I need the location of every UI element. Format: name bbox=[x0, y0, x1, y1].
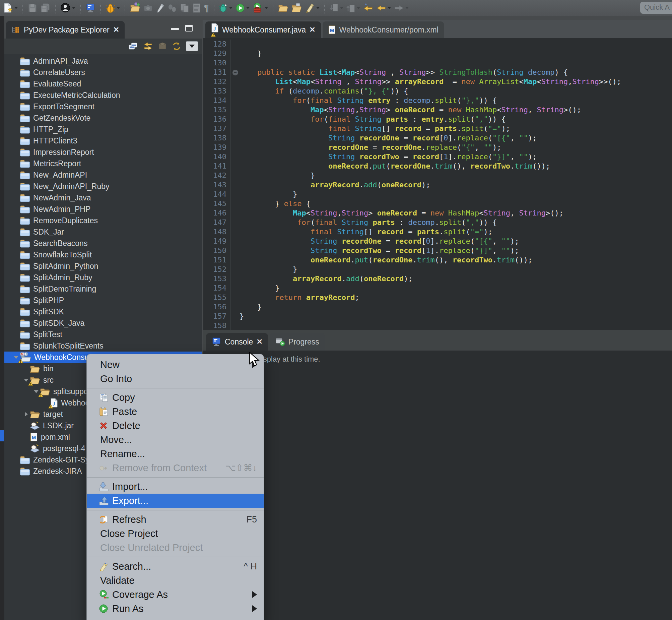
menu-item-new[interactable]: New bbox=[87, 358, 264, 372]
new-bug-dropdown-caret[interactable] bbox=[229, 7, 232, 9]
open-console-icon[interactable] bbox=[86, 3, 96, 13]
code-text: List<Map<String , String>> arrayRecord =… bbox=[239, 77, 621, 87]
tree-item-splitsdk-java[interactable]: SplitSDK_Java bbox=[4, 317, 202, 329]
menu-item-coverage-as[interactable]: Coverage As bbox=[87, 587, 264, 602]
console-panel: Console✕Progress No consoles to display … bbox=[203, 330, 672, 620]
code-editor[interactable]: 128129 }130131− public static List<Map<S… bbox=[203, 38, 672, 330]
menu-item-export-[interactable]: Export... bbox=[87, 494, 264, 508]
new-wizard-icon[interactable] bbox=[3, 3, 18, 13]
run-config-folder-icon[interactable] bbox=[130, 3, 141, 12]
line-number: 130 bbox=[203, 58, 231, 68]
menu-item-go-into[interactable]: Go Into bbox=[87, 372, 264, 386]
link-with-editor-icon[interactable] bbox=[143, 42, 153, 51]
quick-access-input[interactable]: Quick A bbox=[640, 2, 672, 14]
menu-item-paste[interactable]: Paste bbox=[87, 405, 264, 419]
menu-item-move-[interactable]: Move... bbox=[87, 433, 264, 447]
menu-item-refresh[interactable]: RefreshF5 bbox=[87, 512, 264, 526]
back-arrow-dropdown-caret[interactable] bbox=[388, 7, 391, 9]
expand-arrow[interactable] bbox=[22, 412, 30, 417]
external-tools-icon[interactable] bbox=[253, 3, 268, 13]
console-tab-progress[interactable]: Progress bbox=[270, 333, 325, 351]
tree-item-correlateusers[interactable]: CorrelateUsers bbox=[4, 67, 202, 78]
marker-pen-dropdown-caret[interactable] bbox=[316, 7, 320, 9]
maximize-view-button[interactable] bbox=[185, 25, 192, 32]
line-number: 157 bbox=[203, 312, 231, 321]
editor-tab-java[interactable]: JWebhookConsumer.java✕ bbox=[205, 21, 321, 38]
tree-item-snowflaketosplit[interactable]: SnowflakeToSplit bbox=[4, 249, 202, 260]
tree-item-evaluateseed[interactable]: EvaluateSeed bbox=[4, 78, 202, 90]
tree-item-splunktosplitevents[interactable]: SplunkToSplitEvents bbox=[4, 340, 202, 352]
tree-item-label: SnowflakeToSplit bbox=[33, 250, 92, 259]
menu-item-label: Close Unrelated Project bbox=[100, 542, 257, 553]
tree-item-splitdemotraining[interactable]: SplitDemoTraining bbox=[4, 283, 202, 295]
tree-item-newadmin-java[interactable]: NewAdmin_Java bbox=[4, 192, 202, 203]
minimize-view-button[interactable] bbox=[171, 28, 179, 30]
close-tab-icon[interactable]: ✕ bbox=[309, 25, 315, 34]
tree-item-new-adminapi[interactable]: New_AdminAPI bbox=[4, 169, 202, 180]
menu-item-import-[interactable]: Import... bbox=[87, 479, 264, 494]
menu-item-run-as[interactable]: Run As bbox=[87, 602, 264, 616]
package-view-icon[interactable] bbox=[158, 42, 167, 51]
code-line: 132 List<Map<String , String>> arrayReco… bbox=[203, 77, 672, 87]
user-profile-icon[interactable] bbox=[60, 3, 75, 13]
menu-item-search-[interactable]: Search...^ H bbox=[87, 559, 264, 573]
fold-marker[interactable]: − bbox=[231, 70, 239, 75]
console-tab-console[interactable]: Console✕ bbox=[206, 333, 268, 351]
tree-item-label: SDK_Jar bbox=[33, 227, 64, 237]
tree-item-newadmin-php[interactable]: NewAdmin_PHP bbox=[4, 203, 202, 215]
cut-blade-icon[interactable] bbox=[156, 3, 165, 13]
open-folder-icon[interactable] bbox=[278, 3, 288, 12]
close-view-icon[interactable]: ✕ bbox=[113, 25, 119, 34]
line-number: 143 bbox=[203, 180, 231, 190]
paste-folder-icon[interactable] bbox=[291, 3, 302, 13]
tree-item-metricsreport[interactable]: MetricsReport bbox=[4, 158, 202, 169]
tree-item-httpclient3[interactable]: HTTPClient3 bbox=[4, 135, 202, 147]
new-bug-icon[interactable] bbox=[219, 3, 232, 13]
user-profile-dropdown-caret[interactable] bbox=[72, 7, 75, 9]
tree-item-splittest[interactable]: SplitTest bbox=[4, 329, 202, 340]
minimized-view-indicator[interactable] bbox=[0, 430, 4, 442]
tree-item-removeduplicates[interactable]: RemoveDuplicates bbox=[4, 215, 202, 226]
back-last-edit-icon[interactable]: * bbox=[363, 3, 373, 13]
view-menu-icon[interactable] bbox=[186, 41, 198, 51]
run-icon[interactable] bbox=[235, 3, 249, 13]
back-arrow-icon[interactable] bbox=[376, 3, 391, 13]
menu-item-copy[interactable]: Copy bbox=[87, 391, 264, 405]
marker-pen-icon[interactable] bbox=[305, 3, 320, 13]
tree-item-getzendeskvote[interactable]: GetZendeskVote bbox=[4, 112, 202, 124]
tree-item-executemetriccalculation[interactable]: ExecuteMetricCalculation bbox=[4, 90, 202, 101]
tree-item-splitphp[interactable]: SplitPHP bbox=[4, 295, 202, 306]
line-number: 146 bbox=[203, 208, 231, 218]
close-tab-icon[interactable]: ✕ bbox=[256, 338, 262, 346]
closed-icon bbox=[20, 182, 30, 191]
tree-item-impressionreport[interactable]: ImpressionReport bbox=[4, 147, 202, 158]
menu-item-rename-[interactable]: Rename... bbox=[87, 447, 264, 461]
tree-item-new-adminapi-ruby[interactable]: New_AdminAPI_Ruby bbox=[4, 180, 202, 192]
expand-arrow[interactable] bbox=[12, 356, 20, 359]
menu-item-validate[interactable]: Validate bbox=[87, 573, 264, 587]
collapse-all-icon[interactable] bbox=[128, 42, 138, 51]
code-line: 128 bbox=[203, 40, 672, 49]
external-tools-dropdown-caret[interactable] bbox=[265, 7, 268, 9]
run-dropdown-caret[interactable] bbox=[246, 7, 249, 9]
tree-item-sdk-jar[interactable]: SDK_Jar bbox=[4, 226, 202, 238]
tree-item-splitadmin-python[interactable]: SplitAdmin_Python bbox=[4, 260, 202, 272]
tree-item-searchbeacons[interactable]: SearchBeacons bbox=[4, 238, 202, 249]
synchronize-icon[interactable] bbox=[172, 42, 181, 51]
editor-tab-pom[interactable]: MWebhookConsumer/pom.xml bbox=[323, 21, 444, 38]
new-wizard-dropdown-caret[interactable] bbox=[14, 7, 18, 9]
tree-item-splitadmin-ruby[interactable]: SplitAdmin_Ruby bbox=[4, 272, 202, 283]
package-explorer-toolbar bbox=[4, 39, 202, 54]
line-number: 150 bbox=[203, 246, 231, 255]
tree-item-http-zip[interactable]: HTTP_Zip bbox=[4, 124, 202, 135]
menu-item-delete[interactable]: Delete bbox=[87, 419, 264, 433]
menu-item-close-project[interactable]: Close Project bbox=[87, 526, 264, 540]
tab-pydev-package-explorer[interactable]: PyDev Package Explorer ✕ bbox=[6, 21, 125, 39]
debug-bug-dropdown-caret[interactable] bbox=[117, 7, 120, 9]
debug-bug-icon[interactable] bbox=[106, 3, 120, 13]
svg-text:M: M bbox=[32, 435, 36, 441]
pilcrow-icon[interactable]: ¶ bbox=[204, 3, 209, 13]
tree-item-splitsdk[interactable]: SplitSDK bbox=[4, 306, 202, 317]
tree-item-adminapi-java[interactable]: AdminAPI_Java bbox=[4, 55, 202, 67]
tree-item-exporttosegment[interactable]: ExportToSegment bbox=[4, 101, 202, 112]
